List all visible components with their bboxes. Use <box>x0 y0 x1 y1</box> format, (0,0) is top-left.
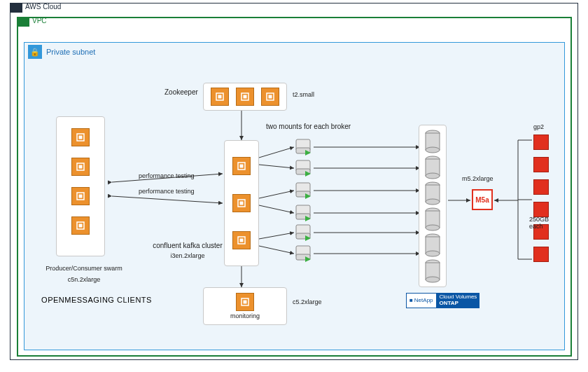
svg-rect-29 <box>244 95 247 99</box>
ec2-icon <box>236 293 254 311</box>
svg-rect-27 <box>218 95 222 99</box>
vpc-icon <box>17 17 29 27</box>
mount-icon <box>295 205 311 224</box>
mount-icon <box>295 160 311 179</box>
monitoring-label: monitoring <box>230 312 260 319</box>
ec2-icon <box>71 128 90 146</box>
svg-rect-23 <box>79 195 83 198</box>
volume-icon <box>425 130 440 153</box>
volume-icon <box>425 156 440 179</box>
vpc-label: VPC <box>32 17 47 25</box>
swarm-title: Producer/Consumer swarm <box>42 265 126 272</box>
svg-point-63 <box>426 173 440 179</box>
perf-testing-label-1: performance testing <box>139 172 195 179</box>
swarm-instance: c5n.2xlarge <box>42 276 126 283</box>
zookeeper-label: Zookeeper <box>164 88 198 96</box>
diagram-canvas: AWS Cloud VPC 🔒 Private subnet <box>0 0 588 372</box>
swarm-box <box>56 116 105 256</box>
perf-testing-label-2: performance testing <box>139 188 195 195</box>
svg-point-75 <box>426 277 440 282</box>
svg-rect-33 <box>240 165 244 168</box>
netapp-ontap-badge: ■NetApp Cloud VolumesONTAP <box>406 293 479 308</box>
svg-rect-21 <box>79 165 83 169</box>
ebs-icon <box>533 157 549 172</box>
mount-icon <box>295 139 311 158</box>
monitoring-instance: c5.2xlarge <box>293 298 322 305</box>
ebs-icon <box>533 135 549 150</box>
zookeeper-box <box>203 83 287 111</box>
ontap-label: Cloud VolumesONTAP <box>437 293 480 308</box>
m5-instance-label: m5.2xlarge <box>462 175 493 182</box>
mount-icon <box>295 245 311 265</box>
aws-cloud-label: AWS Cloud <box>25 3 61 11</box>
ebs-icon <box>533 179 549 195</box>
monitoring-box: monitoring <box>203 287 287 325</box>
svg-rect-19 <box>79 136 83 139</box>
ebs-group <box>533 135 549 262</box>
ec2-icon <box>232 157 251 175</box>
ec2-icon <box>232 231 251 249</box>
volume-icon <box>425 207 440 231</box>
zookeeper-instance: t2.small <box>293 91 314 98</box>
ec2-icon <box>261 88 279 106</box>
volume-icon <box>425 181 440 205</box>
ec2-icon <box>236 88 254 106</box>
mounts-label: two mounts for each broker <box>266 123 351 130</box>
mount-icon <box>295 182 311 202</box>
ec2-icon <box>71 158 90 176</box>
kafka-label: confluent kafka cluster <box>153 242 223 249</box>
ec2-icon <box>211 88 229 106</box>
netapp-label: ■NetApp <box>406 293 437 308</box>
svg-point-72 <box>426 251 440 256</box>
ec2-icon <box>232 194 251 212</box>
volume-icon <box>425 233 440 257</box>
lock-icon: 🔒 <box>28 45 42 59</box>
ebs-icon <box>533 202 549 217</box>
m5a-instance-icon: M5a <box>472 189 493 210</box>
svg-rect-39 <box>244 301 247 304</box>
ec2-icon <box>71 216 90 235</box>
kafka-box <box>224 140 259 266</box>
svg-point-66 <box>426 199 440 205</box>
svg-rect-35 <box>240 201 244 205</box>
ebs-type-label: gp2 <box>533 123 544 130</box>
svg-point-60 <box>426 147 440 153</box>
mount-icon <box>295 224 311 244</box>
svg-rect-31 <box>269 95 272 99</box>
svg-rect-25 <box>79 224 83 228</box>
kafka-instance: i3en.2xlarge <box>153 252 223 259</box>
svg-rect-37 <box>240 238 244 242</box>
openmessaging-clients-label: OPENMESSAGING CLIENTS <box>34 296 160 304</box>
aws-cloud-icon <box>10 3 22 13</box>
private-subnet-label: Private subnet <box>46 48 95 56</box>
volume-icon <box>425 259 440 283</box>
ebs-size-label: 250GB each <box>529 216 564 230</box>
cvo-volumes-box <box>419 125 447 287</box>
ebs-icon <box>533 247 549 262</box>
svg-point-69 <box>426 225 440 230</box>
ec2-icon <box>71 187 90 205</box>
